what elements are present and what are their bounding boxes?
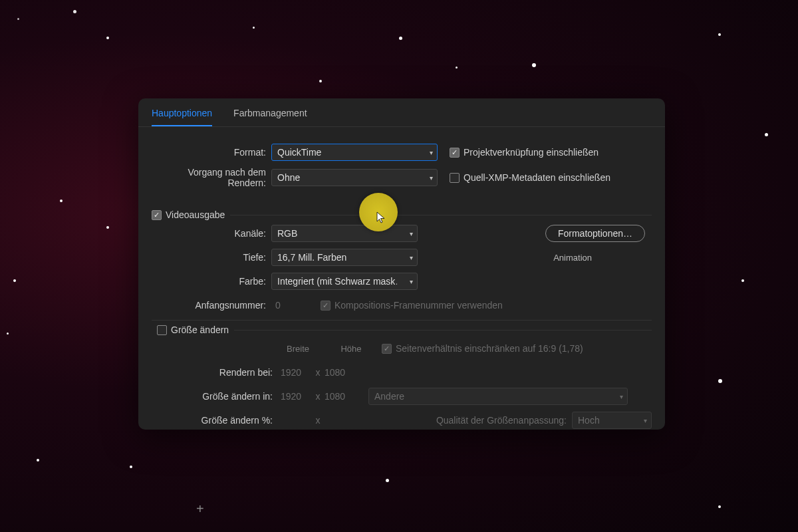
resize-checkbox[interactable] [157,325,167,335]
codec-label: Animation [553,253,592,263]
include-xmp-label: Quell-XMP-Metadaten einschließen [464,172,610,183]
chevron-down-icon: ▾ [410,230,413,237]
post-render-label: Vorgang nach dem Rendern: [152,167,271,188]
resize-pct-label: Größe ändern %: [165,415,278,426]
x-separator: x [311,367,325,378]
height-header: Höhe [331,344,371,354]
width-header: Breite [278,344,318,354]
lock-aspect-checkbox [382,344,392,354]
channels-label: Kanäle: [165,228,271,239]
start-frame-label: Anfangsnummer: [165,300,271,311]
x-separator: x [311,391,325,402]
chevron-down-icon: ▾ [410,254,413,261]
format-options-button[interactable]: Formatoptionen… [545,225,645,242]
format-label: Format: [152,147,271,158]
depth-select[interactable]: 16,7 Mill. Farben ▾ [271,249,418,266]
chevron-down-icon: ▾ [430,174,433,182]
format-select-value: QuickTime [277,147,321,158]
x-separator: x [311,415,325,426]
channels-value: RGB [277,228,297,239]
resize-quality-select: Hoch ▾ [572,412,652,429]
chevron-down-icon: ▾ [410,278,413,285]
include-project-link-label: Projektverknüpfung einschließen [464,147,598,158]
resize-to-height: 1080 [325,391,358,402]
video-output-checkbox[interactable] [152,210,162,220]
depth-value: 16,7 Mill. Farben [277,252,346,263]
output-module-dialog: Hauptoptionen Farbmanagement Format: Qui… [138,98,665,430]
resize-quality-label: Qualität der Größenanpassung: [436,415,567,426]
include-project-link-checkbox[interactable] [450,148,460,158]
chevron-down-icon: ▾ [430,149,433,156]
depth-label: Tiefe: [165,252,271,263]
video-output-label: Videoausgabe [166,209,225,220]
resize-preset-value: Andere [374,391,404,402]
cursor-highlight [359,193,398,231]
use-comp-frame-label: Kompositions-Framenummer verwenden [334,300,503,311]
render-at-width: 1920 [278,367,311,378]
resize-to-width: 1920 [278,391,311,402]
tab-main-options[interactable]: Hauptoptionen [152,108,212,126]
post-render-select[interactable]: Ohne ▾ [271,169,438,186]
lock-aspect-label: Seitenverhältnis einschränken auf 16:9 (… [396,343,583,354]
chevron-down-icon: ▾ [644,417,647,424]
render-at-label: Rendern bei: [165,367,278,378]
channels-select[interactable]: RGB ▾ [271,225,418,242]
color-value: Integriert (mit Schwarz mask… [277,276,397,287]
chevron-down-icon: ▾ [620,393,623,400]
format-select[interactable]: QuickTime ▾ [271,144,438,161]
color-label: Farbe: [165,276,271,287]
resize-to-label: Größe ändern in: [165,391,278,402]
tab-color-management[interactable]: Farbmanagement [233,108,307,126]
post-render-value: Ohne [277,172,300,183]
include-xmp-checkbox[interactable] [450,173,460,183]
render-at-height: 1080 [325,367,358,378]
use-comp-frame-checkbox [321,301,331,311]
color-select[interactable]: Integriert (mit Schwarz mask… ▾ [271,273,418,290]
resize-quality-value: Hoch [578,415,600,426]
resize-title: Größe ändern [171,325,229,335]
dialog-tabs: Hauptoptionen Farbmanagement [138,98,665,127]
resize-preset-select: Andere ▾ [368,388,628,405]
start-frame-value: 0 [271,300,305,311]
